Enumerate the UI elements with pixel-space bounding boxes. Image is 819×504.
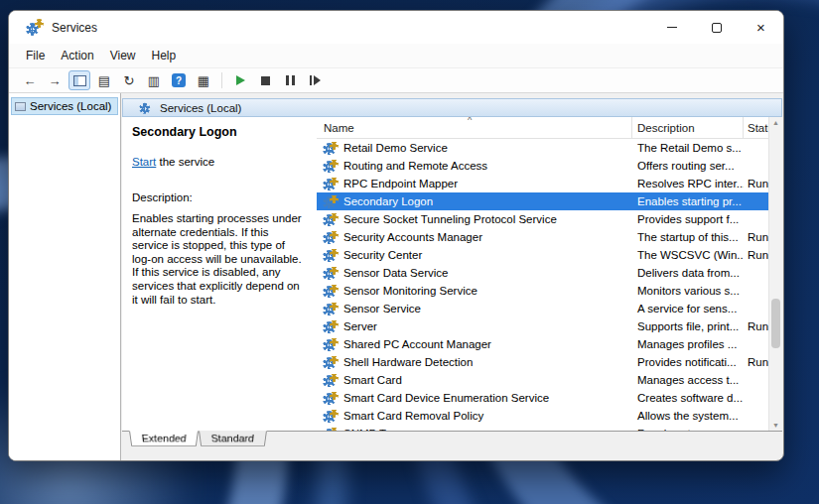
service-row[interactable]: Smart Card Device Enumeration Service Cr… xyxy=(317,389,768,407)
tab-standard[interactable]: Standard xyxy=(199,431,267,446)
service-description: Monitors various s... xyxy=(632,285,744,297)
service-name: Security Accounts Manager xyxy=(343,231,482,243)
service-description: The WSCSVC (Win... xyxy=(632,249,744,261)
service-row[interactable]: Shared PC Account Manager Manages profil… xyxy=(317,335,768,353)
start-service-button[interactable] xyxy=(229,70,251,90)
service-row[interactable]: Retail Demo Service The Retail Demo s... xyxy=(317,139,768,157)
export-list-icon: ▤ xyxy=(98,73,110,88)
service-icon xyxy=(324,356,338,369)
tab-extended[interactable]: Extended xyxy=(129,431,199,446)
service-row[interactable]: Routing and Remote Access Offers routing… xyxy=(317,157,768,175)
console-tree-panel: Services (Local) xyxy=(9,93,121,460)
service-row[interactable]: RPC Endpoint Mapper Resolves RPC inter..… xyxy=(317,175,768,192)
show-console-tree-button[interactable] xyxy=(68,70,90,90)
menu-view[interactable]: View xyxy=(102,46,144,65)
service-icon xyxy=(324,285,338,298)
service-name: Shared PC Account Manager xyxy=(343,338,491,350)
service-description: Provides notificati... xyxy=(632,356,744,368)
column-header-description[interactable]: Description xyxy=(632,117,744,138)
tree-item-label: Services (Local) xyxy=(30,100,111,112)
service-description: Creates software d... xyxy=(632,392,744,404)
service-name: Smart Card Removal Policy xyxy=(343,410,483,422)
minimize-button[interactable] xyxy=(649,11,694,44)
service-row[interactable]: Server Supports file, print... Run... xyxy=(317,317,768,335)
selected-service-name: Secondary Logon xyxy=(132,125,305,139)
maximize-button[interactable] xyxy=(694,11,739,44)
service-icon xyxy=(324,142,338,155)
menu-help[interactable]: Help xyxy=(144,46,185,65)
sort-ascending-icon: ^ xyxy=(468,117,472,125)
service-status: Run... xyxy=(744,178,768,189)
service-icon xyxy=(324,428,338,432)
service-row[interactable]: Shell Hardware Detection Provides notifi… xyxy=(317,353,768,371)
column-header-name[interactable]: Name xyxy=(317,117,632,138)
service-row[interactable]: Security Accounts Manager The startup of… xyxy=(317,228,768,246)
back-icon: ← xyxy=(24,73,37,88)
restart-service-button[interactable] xyxy=(304,70,326,90)
refresh-button[interactable]: ↻ xyxy=(118,70,140,90)
start-service-link[interactable]: Start xyxy=(132,156,156,168)
properties-icon: ▥ xyxy=(148,73,160,88)
service-description: A service for sens... xyxy=(632,303,744,315)
maximize-icon xyxy=(712,23,722,33)
service-name: Sensor Monitoring Service xyxy=(343,285,478,297)
service-name: Retail Demo Service xyxy=(343,142,448,154)
pause-icon xyxy=(286,75,295,85)
service-description: Manages access t... xyxy=(632,374,744,386)
menu-file[interactable]: File xyxy=(18,46,53,65)
back-button[interactable]: ← xyxy=(19,70,41,90)
console-icon xyxy=(15,102,26,111)
service-action: Start the service xyxy=(132,156,305,168)
service-icon xyxy=(324,231,338,244)
service-row[interactable]: Secure Socket Tunneling Protocol Service… xyxy=(317,210,768,228)
service-name: Secondary Logon xyxy=(343,195,433,207)
title-bar[interactable]: Services × xyxy=(9,11,783,44)
scroll-up-icon[interactable]: ▲ xyxy=(769,119,782,126)
services-window: Services × File Action View Help ← → ▤ ↻… xyxy=(8,10,784,461)
vertical-scrollbar[interactable]: ▲ ▼ xyxy=(768,117,782,431)
service-row[interactable]: Smart Card Removal Policy Allows the sys… xyxy=(317,407,768,425)
service-icon xyxy=(324,303,338,315)
service-icon xyxy=(324,213,338,226)
service-icon xyxy=(324,195,338,208)
close-button[interactable]: × xyxy=(739,11,783,44)
stop-icon xyxy=(261,76,270,85)
extended-pane: Secondary Logon Start the service Descri… xyxy=(122,117,317,431)
service-row[interactable]: Sensor Service A service for sens... xyxy=(317,300,768,317)
service-row[interactable]: Security Center The WSCSVC (Win... Run..… xyxy=(317,246,768,264)
service-row-selected[interactable]: Secondary Logon Enables starting pr... xyxy=(317,192,768,210)
view-options-button[interactable]: ▦ xyxy=(193,70,214,90)
tree-item-services-local[interactable]: Services (Local) xyxy=(11,97,118,115)
menu-bar: File Action View Help xyxy=(9,44,783,68)
column-header-status[interactable]: Status xyxy=(744,117,768,138)
pause-service-button[interactable] xyxy=(279,70,301,90)
service-row[interactable]: Sensor Monitoring Service Monitors vario… xyxy=(317,282,768,300)
desktop-background: Services × File Action View Help ← → ▤ ↻… xyxy=(0,0,819,504)
stop-service-button[interactable] xyxy=(254,70,276,90)
service-row[interactable]: Smart Card Manages access t... xyxy=(317,371,768,389)
export-list-button[interactable]: ▤ xyxy=(93,70,115,90)
grid-icon: ▦ xyxy=(198,73,209,88)
scroll-down-icon[interactable]: ▼ xyxy=(769,422,782,429)
forward-button[interactable]: → xyxy=(44,70,66,90)
service-name: Shell Hardware Detection xyxy=(343,356,473,368)
service-name: Smart Card Device Enumeration Service xyxy=(343,392,549,404)
refresh-icon: ↻ xyxy=(124,73,135,88)
service-name: Server xyxy=(343,320,377,332)
scrollbar-thumb[interactable] xyxy=(771,299,780,348)
toolbar-separator xyxy=(221,72,222,88)
description-text: Enables starting processes under alterna… xyxy=(132,212,305,307)
service-icon xyxy=(324,178,338,190)
help-button[interactable]: ? xyxy=(168,70,190,90)
service-row[interactable]: Sensor Data Service Delivers data from..… xyxy=(317,264,768,282)
window-title: Services xyxy=(52,21,97,35)
window-bottom-margin xyxy=(121,450,783,460)
menu-action[interactable]: Action xyxy=(53,46,101,65)
service-icon xyxy=(324,267,338,280)
service-icon xyxy=(324,338,338,351)
service-icon xyxy=(324,160,338,173)
results-header: Services (Local) xyxy=(122,98,782,117)
service-icon xyxy=(324,410,338,423)
view-tabs: Extended Standard xyxy=(122,431,782,450)
properties-button[interactable]: ▥ xyxy=(143,70,165,90)
